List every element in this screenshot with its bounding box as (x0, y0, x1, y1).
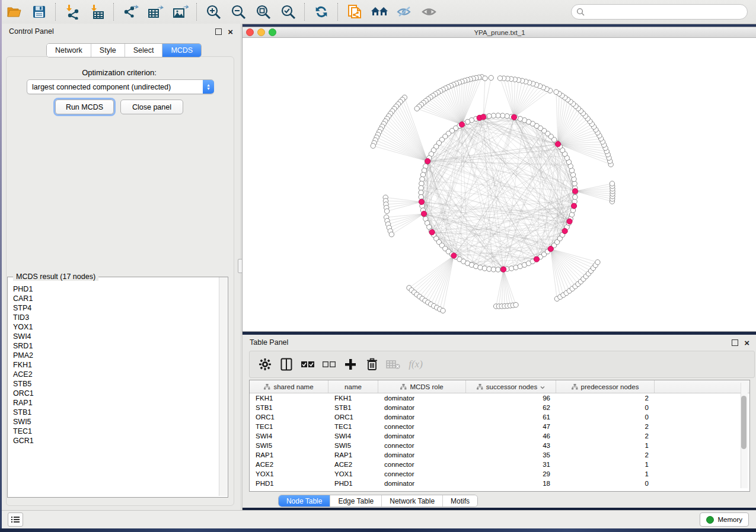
search-field[interactable] (571, 4, 748, 20)
show-all-icon[interactable] (419, 2, 439, 21)
float-panel-icon[interactable] (732, 339, 738, 346)
import-network-icon[interactable] (62, 2, 82, 21)
open-file-icon[interactable] (4, 2, 24, 21)
mcds-result-item[interactable]: STB5 (8, 379, 218, 389)
network-node[interactable] (610, 181, 614, 186)
mcds-node[interactable] (562, 228, 567, 233)
table-row[interactable]: RAP1RAP1dominator352 (250, 450, 749, 460)
sort-desc-icon[interactable] (540, 383, 545, 390)
network-node[interactable] (554, 89, 559, 94)
mcds-result-item[interactable]: STP4 (8, 303, 218, 313)
tab-node-table[interactable]: Node Table (279, 495, 331, 507)
table-row[interactable]: SWI4SWI4dominator462 (250, 431, 749, 441)
network-node[interactable] (573, 194, 578, 199)
close-panel-icon[interactable]: × (744, 340, 749, 345)
node-table-header[interactable]: shared namenameMCDS rolesuccessor nodesp… (250, 380, 749, 393)
network-node[interactable] (419, 185, 423, 190)
tab-style[interactable]: Style (91, 44, 125, 57)
table-row[interactable]: PHD1PHD1dominator180 (250, 479, 749, 488)
select-all-rows-icon[interactable] (299, 355, 317, 373)
table-settings-icon[interactable] (256, 355, 274, 373)
column-header-MCDS-role[interactable]: MCDS role (378, 380, 466, 393)
column-header-shared-name[interactable]: shared name (250, 380, 328, 393)
table-row[interactable]: STB1STB1dominator620 (250, 403, 749, 412)
zoom-in-icon[interactable] (203, 2, 224, 21)
network-node[interactable] (572, 181, 577, 186)
mcds-result-item[interactable]: SWI4 (8, 332, 218, 341)
mcds-node[interactable] (429, 229, 435, 235)
first-neighbors-icon[interactable] (369, 2, 390, 21)
network-node[interactable] (482, 266, 487, 271)
export-table-icon[interactable] (145, 2, 165, 21)
table-row[interactable]: SWI5SWI5connector431 (250, 441, 749, 450)
mcds-node[interactable] (421, 211, 426, 216)
mcds-result-item[interactable]: GCR1 (8, 436, 218, 446)
task-history-button[interactable] (8, 512, 23, 527)
network-node[interactable] (509, 266, 513, 271)
network-node[interactable] (414, 106, 419, 111)
network-node[interactable] (371, 143, 375, 148)
tab-select[interactable]: Select (125, 44, 163, 57)
optimization-criterion-select[interactable]: largest connected component (undirected)… (27, 79, 214, 94)
delete-column-icon[interactable] (363, 355, 381, 373)
zoom-out-icon[interactable] (228, 2, 248, 21)
mcds-result-item[interactable]: RAP1 (8, 398, 218, 408)
mcds-node[interactable] (419, 199, 424, 204)
mcds-result-item[interactable]: PMA2 (8, 351, 218, 360)
mcds-result-item[interactable]: SRD1 (8, 341, 218, 351)
mcds-node[interactable] (572, 188, 578, 194)
tab-network[interactable]: Network (47, 44, 91, 57)
mcds-node[interactable] (425, 159, 430, 164)
run-mcds-button[interactable]: Run MCDS (55, 100, 114, 114)
mcds-node[interactable] (501, 267, 506, 272)
mcds-node[interactable] (534, 257, 539, 262)
mcds-node[interactable] (548, 246, 553, 252)
network-node[interactable] (487, 114, 492, 118)
mcds-node[interactable] (567, 219, 572, 224)
network-node[interactable] (441, 308, 445, 313)
export-image-icon[interactable] (170, 2, 190, 21)
import-table-icon[interactable] (87, 2, 107, 21)
zoom-fit-icon[interactable] (253, 2, 273, 21)
duplicate-network-icon[interactable] (344, 2, 365, 21)
table-row[interactable]: ORC1ORC1dominator610 (250, 412, 749, 422)
network-node[interactable] (595, 259, 600, 264)
network-node[interactable] (572, 177, 576, 181)
mcds-node[interactable] (571, 203, 576, 209)
float-panel-icon[interactable] (215, 28, 222, 35)
node-table-body[interactable]: FKH1FKH1dominator962STB1STB1dominator620… (250, 393, 749, 488)
mcds-result-item[interactable]: FKH1 (8, 360, 218, 370)
mcds-result-item[interactable]: PHD1 (8, 284, 218, 294)
save-session-icon[interactable] (29, 2, 49, 21)
tab-edge-table[interactable]: Edge Table (330, 495, 382, 507)
mcds-result-item[interactable]: ORC1 (8, 389, 218, 398)
column-header-predecessor-nodes[interactable]: predecessor nodes (556, 380, 655, 393)
network-node[interactable] (419, 190, 423, 195)
mcds-node[interactable] (451, 253, 457, 258)
network-node[interactable] (384, 209, 389, 213)
table-scrollbar-thumb[interactable] (741, 396, 747, 449)
zoom-selected-icon[interactable] (278, 2, 298, 21)
mcds-result-item[interactable]: ACE2 (8, 370, 218, 379)
tab-motifs[interactable]: Motifs (443, 495, 477, 507)
add-column-icon[interactable] (342, 355, 359, 373)
mcds-result-item[interactable]: STB1 (8, 408, 218, 417)
memory-button[interactable]: Memory (700, 512, 749, 527)
network-node[interactable] (496, 113, 500, 118)
column-panel-icon[interactable] (277, 355, 295, 373)
mcds-result-item[interactable]: TID3 (8, 313, 218, 322)
node-table[interactable]: shared namenameMCDS rolesuccessor nodesp… (249, 380, 750, 492)
network-node[interactable] (420, 177, 425, 181)
table-row[interactable]: FKH1FKH1dominator962 (250, 393, 749, 403)
network-node[interactable] (389, 232, 394, 237)
table-row[interactable]: ACE2ACE2connector311 (250, 460, 749, 469)
mcds-result-item[interactable]: CAR1 (8, 294, 218, 303)
hide-selected-icon[interactable] (394, 2, 414, 21)
search-input[interactable] (585, 7, 742, 17)
network-node[interactable] (420, 172, 425, 177)
network-node[interactable] (513, 302, 518, 307)
mcds-result-item[interactable]: YOX1 (8, 322, 218, 332)
network-window-titlebar[interactable]: YPA_prune.txt_1 (243, 27, 756, 38)
network-node[interactable] (489, 75, 493, 80)
network-node[interactable] (478, 265, 483, 270)
